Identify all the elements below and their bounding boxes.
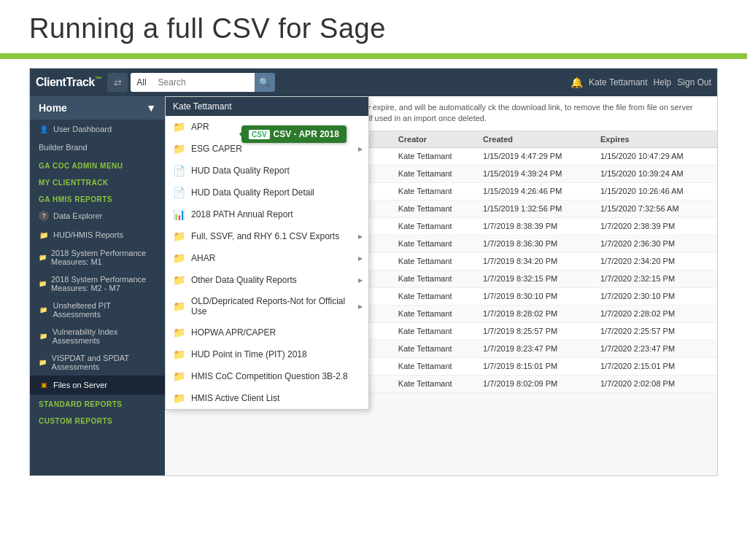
navbar-right: 🔔 Kate Tettamant Help Sign Out bbox=[570, 77, 711, 88]
file-creator: Kate Tettamant bbox=[392, 217, 477, 235]
sidebar-item-perf-m2[interactable]: 📁 2018 System Performance Measures: M2 -… bbox=[30, 271, 165, 297]
col-expires: Expires bbox=[595, 131, 717, 148]
file-expires: 1/7/2020 2:30:10 PM bbox=[595, 287, 717, 305]
dropdown-item-hmis-coc[interactable]: 📁 HMIS CoC Competition Question 3B-2.8 bbox=[166, 365, 368, 387]
file-expires: 1/7/2020 2:25:57 PM bbox=[595, 322, 717, 340]
file-expires: 1/7/2020 2:36:30 PM bbox=[595, 235, 717, 252]
accent-bar bbox=[0, 53, 747, 59]
folder-icon: 📁 bbox=[173, 370, 185, 382]
signout-link[interactable]: Sign Out bbox=[677, 77, 711, 88]
file-created: 1/7/2019 8:34:20 PM bbox=[477, 252, 595, 270]
file-expires: 1/15/2020 10:47:29 AM bbox=[595, 147, 717, 165]
dropdown-menu: Kate Tettamant 📁 APR 📁 ESG CAPER 📄 HUD D… bbox=[165, 96, 369, 410]
folder-small-icon: ▣ bbox=[39, 380, 49, 390]
folder-icon: 📁 bbox=[173, 252, 185, 264]
folder-icon: 📁 bbox=[173, 121, 185, 133]
dropdown-item-hud-dqr-detail[interactable]: 📄 HUD Data Quality Report Detail bbox=[166, 182, 368, 203]
folder-icon: 📁 bbox=[173, 392, 185, 404]
file-expires: 1/15/2020 10:26:46 AM bbox=[595, 182, 717, 200]
file-expires: 1/15/2020 7:32:56 AM bbox=[595, 200, 717, 217]
main-layout: Home ▼ 👤 User Dashboard Builder Brand GA… bbox=[30, 96, 717, 475]
sidebar-section-ga-hmis: GA HMIS REPORTS bbox=[30, 190, 165, 206]
doc-icon: 📄 bbox=[173, 187, 185, 198]
csv-badge: CSV CSV - APR 2018 bbox=[241, 125, 347, 143]
search-input[interactable] bbox=[152, 73, 255, 92]
sidebar-item-builder[interactable]: Builder Brand bbox=[30, 139, 165, 156]
sidebar-item-perf-m1[interactable]: 📁 2018 System Performance Measures: M1 bbox=[30, 244, 165, 271]
dropdown-item-hmis-active[interactable]: 📁 HMIS Active Client List bbox=[166, 387, 368, 409]
dropdown-item-pit[interactable]: 📁 HUD Point in Time (PIT) 2018 bbox=[166, 343, 368, 365]
file-creator: Kate Tettamant bbox=[392, 147, 477, 165]
sidebar-item-vulnerability[interactable]: 📁 Vulnerability Index Assessments bbox=[30, 323, 165, 349]
file-created: 1/15/2019 4:26:46 PM bbox=[477, 182, 595, 200]
nav-icon-button[interactable]: ⇄ bbox=[107, 73, 128, 92]
file-creator: Kate Tettamant bbox=[392, 287, 477, 305]
file-created: 1/7/2019 8:30:10 PM bbox=[477, 287, 595, 305]
file-creator: Kate Tettamant bbox=[392, 252, 477, 270]
file-expires: 1/15/2020 10:39:24 AM bbox=[595, 165, 717, 182]
folder-small-icon: 📁 bbox=[39, 357, 47, 368]
file-creator: Kate Tettamant bbox=[392, 357, 477, 375]
sidebar-item-user-dashboard[interactable]: 👤 User Dashboard bbox=[30, 120, 165, 139]
file-creator: Kate Tettamant bbox=[392, 200, 477, 217]
notification-icon[interactable]: 🔔 bbox=[570, 77, 583, 88]
csv-icon: CSV bbox=[249, 130, 270, 139]
search-all-button[interactable]: All bbox=[131, 73, 152, 92]
doc-icon: 📄 bbox=[173, 165, 185, 176]
folder-icon: 📁 bbox=[173, 230, 185, 242]
file-creator: Kate Tettamant bbox=[392, 165, 477, 182]
folder-icon: 📁 bbox=[173, 274, 185, 286]
help-link[interactable]: Help bbox=[654, 77, 672, 88]
file-expires: 1/7/2020 2:02:08 PM bbox=[595, 375, 717, 392]
file-created: 1/7/2019 8:02:09 PM bbox=[477, 375, 595, 392]
sidebar-section-my-ct: MY CLIENTTRACK bbox=[30, 173, 165, 190]
file-created: 1/7/2019 8:15:01 PM bbox=[477, 357, 595, 375]
file-created: 1/7/2019 8:28:02 PM bbox=[477, 305, 595, 322]
sidebar-section-ga-coc: GA COC ADMIN MENU bbox=[30, 156, 165, 173]
file-expires: 1/7/2020 2:15:01 PM bbox=[595, 357, 717, 375]
dropdown-item-csv-exports[interactable]: 📁 Full, SSVF, and RHY 6.1 CSV Exports bbox=[166, 225, 368, 247]
file-expires: 1/7/2020 2:34:20 PM bbox=[595, 252, 717, 270]
folder-small-icon: 📁 bbox=[39, 279, 47, 289]
dropdown-item-other-dq[interactable]: 📁 Other Data Quality Reports bbox=[166, 269, 368, 291]
folder-icon: 📁 bbox=[173, 143, 185, 155]
dropdown-item-hud-dqr[interactable]: 📄 HUD Data Quality Report bbox=[166, 160, 368, 182]
user-dashboard-icon: 👤 bbox=[39, 124, 49, 134]
col-creator: Creator bbox=[392, 131, 477, 148]
sidebar-section-custom: CUSTOM REPORTS bbox=[30, 411, 165, 428]
file-creator: Kate Tettamant bbox=[392, 375, 477, 392]
dropdown-item-hopwa[interactable]: 📁 HOPWA APR/CAPER bbox=[166, 322, 368, 343]
file-creator: Kate Tettamant bbox=[392, 235, 477, 252]
sidebar-item-hud-hmis[interactable]: 📁 HUD/HMIS Reports bbox=[30, 225, 165, 244]
question-icon: ? bbox=[39, 211, 49, 221]
brand-logo: ClientTrack™ bbox=[36, 75, 101, 89]
navbar: ClientTrack™ ⇄ All 🔍 🔔 Kate Tettamant He… bbox=[30, 69, 717, 96]
file-expires: 1/7/2020 2:28:02 PM bbox=[595, 305, 717, 322]
folder-icon: 📁 bbox=[39, 230, 49, 240]
sidebar-item-unsheltered[interactable]: 📁 Unsheltered PIT Assessments bbox=[30, 297, 165, 323]
folder-icon: 📁 bbox=[173, 349, 185, 360]
sidebar-item-data-explorer[interactable]: ? Data Explorer bbox=[30, 206, 165, 225]
dropdown-item-old-reports[interactable]: 📁 OLD/Depricated Reports-Not for Officia… bbox=[166, 291, 368, 322]
file-created: 1/7/2019 8:25:57 PM bbox=[477, 322, 595, 340]
sidebar-home[interactable]: Home ▼ bbox=[30, 96, 165, 120]
sidebar-item-files-on-server[interactable]: ▣ Files on Server bbox=[30, 376, 165, 394]
dropdown-item-ahar[interactable]: 📁 AHAR bbox=[166, 247, 368, 269]
file-expires: 1/7/2020 2:38:39 PM bbox=[595, 217, 717, 235]
file-expires: 1/7/2020 2:23:47 PM bbox=[595, 340, 717, 357]
folder-small-icon: 📁 bbox=[39, 331, 48, 341]
file-created: 1/7/2019 8:23:47 PM bbox=[477, 340, 595, 357]
dropdown-item-path[interactable]: 📊 2018 PATH Annual Report bbox=[166, 203, 368, 225]
folder-small-icon: 📁 bbox=[39, 252, 47, 262]
file-creator: Kate Tettamant bbox=[392, 305, 477, 322]
sidebar-section-standard: STANDARD REPORTS bbox=[30, 394, 165, 411]
page-title: Running a full CSV for Sage bbox=[29, 13, 718, 44]
sidebar-item-vispdat[interactable]: 📁 VISPDAT and SPDAT Assessments bbox=[30, 349, 165, 376]
col-created: Created bbox=[477, 131, 595, 148]
search-wrap: All 🔍 bbox=[131, 73, 349, 92]
folder-small-icon: 📁 bbox=[39, 305, 48, 315]
search-submit-button[interactable]: 🔍 bbox=[255, 73, 275, 92]
file-created: 1/15/2019 4:47:29 PM bbox=[477, 147, 595, 165]
file-creator: Kate Tettamant bbox=[392, 270, 477, 287]
sidebar-arrow-icon: ▼ bbox=[146, 102, 156, 114]
